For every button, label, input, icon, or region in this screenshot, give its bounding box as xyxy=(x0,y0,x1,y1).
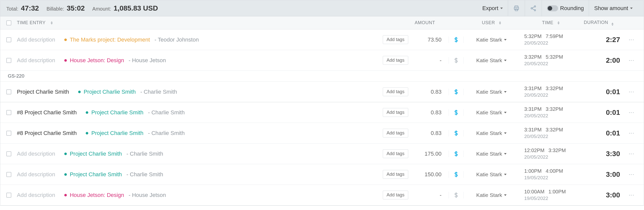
sort-icon[interactable] xyxy=(611,23,613,26)
row-checkbox[interactable] xyxy=(6,151,11,156)
add-tags-button[interactable]: Add tags xyxy=(383,87,408,96)
billable-toggle[interactable] xyxy=(449,192,464,198)
row-menu-button[interactable] xyxy=(628,110,635,115)
duration-value[interactable]: 2:00 xyxy=(606,56,620,64)
user-select[interactable]: Katie Stark xyxy=(464,151,519,157)
row-menu-button[interactable] xyxy=(628,58,635,63)
row-menu-button[interactable] xyxy=(628,37,635,42)
project-color-dot xyxy=(64,194,67,196)
sort-icon[interactable] xyxy=(558,21,560,24)
project-link[interactable]: Project Charlie Smith xyxy=(91,109,143,116)
entry-description-placeholder[interactable]: Add description xyxy=(17,171,55,178)
export-button[interactable]: Export xyxy=(477,0,508,16)
header-user[interactable]: USER xyxy=(482,20,495,25)
row-menu-button[interactable] xyxy=(628,151,635,156)
header-time-entry[interactable]: TIME ENTRY xyxy=(17,20,46,25)
billable-toggle[interactable] xyxy=(449,130,464,136)
entry-description-placeholder[interactable]: Add description xyxy=(17,192,55,198)
entry-description[interactable]: Project Charlie Smith xyxy=(17,89,69,95)
svg-line-7 xyxy=(532,9,534,10)
project-color-dot xyxy=(64,153,67,155)
duration-value[interactable]: 2:27 xyxy=(606,36,620,44)
row-checkbox[interactable] xyxy=(6,58,11,63)
header-duration[interactable]: DURATION xyxy=(584,20,608,25)
add-tags-button[interactable]: Add tags xyxy=(383,35,408,44)
add-tags-button[interactable]: Add tags xyxy=(383,191,408,199)
row-checkbox[interactable] xyxy=(6,131,11,136)
user-select[interactable]: Katie Stark xyxy=(464,110,519,116)
row-checkbox[interactable] xyxy=(6,193,11,198)
user-select[interactable]: Katie Stark xyxy=(464,89,519,95)
project-link[interactable]: Project Charlie Smith xyxy=(70,171,122,178)
time-range[interactable]: 3:31PM 3:32PM xyxy=(524,127,577,133)
share-button[interactable] xyxy=(525,0,542,16)
header-time[interactable]: TIME xyxy=(542,20,553,25)
entry-description-placeholder[interactable]: Add description xyxy=(17,37,55,43)
billable-toggle[interactable] xyxy=(449,89,464,95)
time-range[interactable]: 3:31PM 3:32PM xyxy=(524,106,577,112)
add-tags-button[interactable]: Add tags xyxy=(383,149,408,158)
add-tags-button[interactable]: Add tags xyxy=(383,108,408,117)
user-select[interactable]: Katie Stark xyxy=(464,171,519,178)
sort-icon[interactable] xyxy=(499,21,501,24)
rounding-toggle[interactable]: Rounding xyxy=(542,0,589,16)
table-row: Add description The Marks project: Devel… xyxy=(0,29,644,50)
show-amount-button[interactable]: Show amount xyxy=(589,0,638,16)
time-range[interactable]: 3:31PM 3:32PM xyxy=(524,86,577,91)
billable-toggle[interactable] xyxy=(449,37,464,43)
user-select[interactable]: Katie Stark xyxy=(464,192,519,198)
entry-date: 20/05/2022 xyxy=(524,134,577,139)
user-select[interactable]: Katie Stark xyxy=(464,37,519,43)
project-color-dot xyxy=(86,132,88,134)
project-link[interactable]: Project Charlie Smith xyxy=(84,89,136,95)
table-header: TIME ENTRY AMOUNT USER TIME DURATION xyxy=(0,16,644,29)
duration-value[interactable]: 3:00 xyxy=(606,191,620,199)
billable-toggle[interactable] xyxy=(449,151,464,157)
row-menu-button[interactable] xyxy=(628,130,635,136)
print-button[interactable] xyxy=(508,0,525,16)
row-checkbox[interactable] xyxy=(6,37,11,42)
billable-toggle[interactable] xyxy=(449,171,464,178)
time-range[interactable]: 10:00AM 1:00PM xyxy=(524,189,577,195)
entry-description[interactable]: #8 Project Charlie Smith xyxy=(17,130,77,136)
project-link[interactable]: Project Charlie Smith xyxy=(91,130,143,136)
time-range[interactable]: 5:32PM 7:59PM xyxy=(524,33,577,39)
user-select[interactable]: Katie Stark xyxy=(464,57,519,63)
row-checkbox[interactable] xyxy=(6,110,11,115)
user-select[interactable]: Katie Stark xyxy=(464,130,519,136)
row-checkbox[interactable] xyxy=(6,172,11,177)
add-tags-button[interactable]: Add tags xyxy=(383,56,408,65)
amount-value: 0.83 xyxy=(431,109,442,116)
row-checkbox[interactable] xyxy=(6,89,11,94)
project-link[interactable]: House Jetson: Design xyxy=(70,57,124,64)
duration-value[interactable]: 0:01 xyxy=(606,109,620,116)
header-amount: AMOUNT xyxy=(415,20,435,25)
row-menu-button[interactable] xyxy=(628,192,635,198)
user-name: Katie Stark xyxy=(476,192,502,198)
start-time: 3:32PM xyxy=(524,54,542,60)
project-link[interactable]: Project Charlie Smith xyxy=(70,151,122,157)
duration-value[interactable]: 0:01 xyxy=(606,129,620,137)
entry-date: 20/05/2022 xyxy=(524,92,577,98)
billable-toggle[interactable] xyxy=(449,109,464,116)
add-tags-button[interactable]: Add tags xyxy=(383,170,408,179)
duration-value[interactable]: 3:00 xyxy=(606,170,620,178)
total-value: 47:32 xyxy=(21,4,39,12)
time-range[interactable]: 12:02PM 3:32PM xyxy=(524,148,577,153)
billable-toggle[interactable] xyxy=(449,57,464,64)
time-range[interactable]: 1:00PM 4:00PM xyxy=(524,168,577,174)
sort-icon[interactable] xyxy=(51,21,53,24)
add-tags-button[interactable]: Add tags xyxy=(383,129,408,137)
project-link[interactable]: The Marks project: Development xyxy=(70,37,150,43)
entry-description-placeholder[interactable]: Add description xyxy=(17,57,55,64)
user-name: Katie Stark xyxy=(476,57,502,63)
project-link[interactable]: House Jetson: Design xyxy=(70,192,124,198)
duration-value[interactable]: 3:30 xyxy=(606,150,620,158)
duration-value[interactable]: 0:01 xyxy=(606,88,620,96)
row-menu-button[interactable] xyxy=(628,172,635,177)
select-all-checkbox[interactable] xyxy=(6,20,11,25)
entry-description-placeholder[interactable]: Add description xyxy=(17,151,55,157)
time-range[interactable]: 3:32PM 5:32PM xyxy=(524,54,577,60)
row-menu-button[interactable] xyxy=(628,89,635,94)
entry-description[interactable]: #8 Project Charlie Smith xyxy=(17,109,77,116)
